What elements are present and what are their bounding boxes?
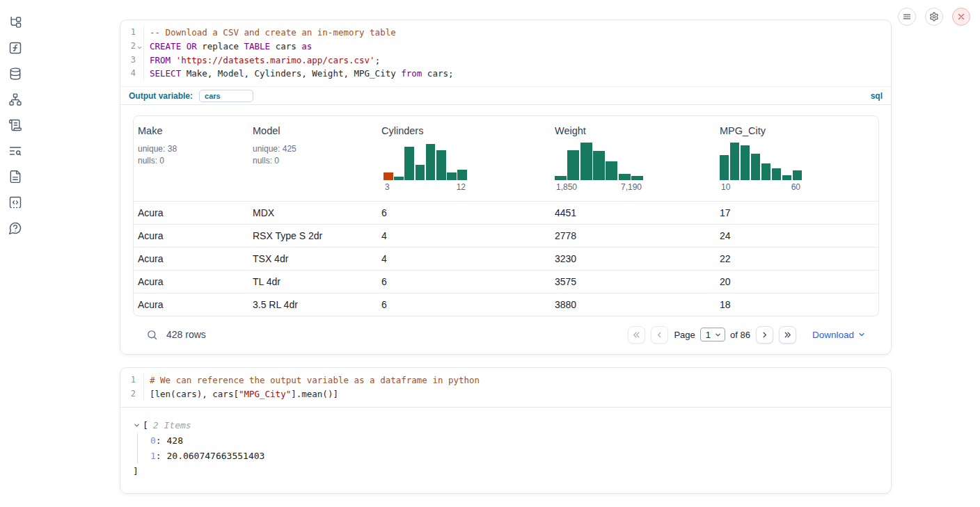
- code-text: SELECT Make, Model, Cylinders, Weight, M…: [143, 67, 891, 81]
- chevron-down-icon: [714, 331, 722, 339]
- hist-min-label: 10: [721, 182, 730, 192]
- chevron-down-icon: [858, 330, 866, 339]
- output-variable-label: Output variable:: [129, 91, 193, 101]
- column-name[interactable]: Model: [253, 125, 372, 136]
- hist-min-label: 1,850: [556, 182, 577, 192]
- code-text: [len(cars), cars["MPG_City"].mean()]: [143, 387, 891, 401]
- first-page-button[interactable]: [628, 326, 645, 344]
- notebook-menu-button[interactable]: [898, 8, 916, 26]
- document-icon: [8, 170, 22, 184]
- panel-scratchpad-button[interactable]: [8, 118, 23, 133]
- column-histogram: 312: [384, 143, 467, 192]
- table-cell: 22: [716, 248, 878, 270]
- page-number-value: 1: [706, 330, 711, 340]
- tree-entry: 1: 20.060747663551403: [150, 449, 878, 464]
- code-line[interactable]: 1# We can reference the output variable …: [120, 373, 891, 387]
- left-panel-sidebar: [0, 0, 31, 507]
- histogram: [384, 143, 467, 180]
- row-count-label: 428 rows: [166, 329, 206, 340]
- panel-help-button[interactable]: [8, 220, 23, 236]
- last-page-button[interactable]: [779, 326, 796, 344]
- menu-icon: [902, 12, 912, 22]
- tree-entry: 0: 428: [150, 433, 878, 449]
- panel-snippets-button[interactable]: [8, 195, 23, 210]
- histogram-bar: [751, 154, 760, 180]
- column-stats: unique: 425nulls: 0: [253, 143, 372, 166]
- panel-logs-button[interactable]: [8, 143, 23, 159]
- tree-value: 428: [166, 435, 182, 446]
- table-row: Acura3.5 RL 4dr6388018: [134, 293, 878, 316]
- help-question-icon: [8, 221, 22, 235]
- column-name[interactable]: Make: [138, 125, 243, 136]
- table-column-header: Makeunique: 38nulls: 0: [134, 116, 248, 201]
- panel-variables-button[interactable]: [8, 40, 23, 56]
- table-cell: RSX Type S 2dr: [248, 225, 377, 247]
- line-number: 1: [120, 26, 136, 40]
- histogram-bar: [436, 150, 446, 180]
- table-search-button[interactable]: [146, 329, 158, 341]
- histogram-bar: [730, 143, 739, 180]
- histogram-axis-labels: 1,8507,190: [555, 182, 643, 192]
- table-cell: 4: [377, 225, 551, 247]
- code-line[interactable]: 3FROM 'https://datasets.marimo.app/cars.…: [120, 54, 891, 67]
- histogram-bar: [567, 150, 579, 180]
- sql-cell-output: Makeunique: 38nulls: 0Modelunique: 425nu…: [120, 105, 891, 354]
- histogram-bar: [457, 170, 467, 180]
- code-line[interactable]: 1-- Download a CSV and create an in-memo…: [120, 26, 891, 40]
- table-cell: 6: [377, 202, 551, 224]
- table-cell: 17: [716, 202, 878, 224]
- function-square-icon: [8, 41, 22, 55]
- table-cell: 24: [716, 225, 878, 247]
- table-row: AcuraTSX 4dr4323022: [134, 247, 878, 270]
- table-row: AcuraTL 4dr6357520: [134, 270, 878, 293]
- column-stat: unique: 38: [138, 143, 243, 155]
- page-number-select[interactable]: 1: [700, 328, 725, 341]
- previous-page-button[interactable]: [651, 326, 668, 344]
- settings-button[interactable]: [925, 8, 943, 26]
- table-column-header: Cylinders312: [377, 116, 551, 201]
- fold-indicator[interactable]: [136, 40, 143, 54]
- table-cell: 3.5 RL 4dr: [248, 293, 377, 316]
- table-cell: TSX 4dr: [248, 248, 377, 270]
- shutdown-button[interactable]: [952, 8, 970, 26]
- histogram-bar: [782, 175, 791, 180]
- table-cell: Acura: [134, 271, 248, 293]
- output-variable-input[interactable]: [199, 90, 253, 102]
- code-line[interactable]: 4SELECT Make, Model, Cylinders, Weight, …: [120, 67, 891, 81]
- hist-max-label: 60: [791, 182, 800, 192]
- tree-close-bracket: ]: [133, 464, 878, 479]
- column-name[interactable]: MPG_City: [720, 125, 873, 136]
- column-name[interactable]: Cylinders: [381, 125, 545, 136]
- tree-items-count: 2 Items: [153, 418, 191, 433]
- histogram-axis-labels: 1060: [720, 182, 802, 192]
- table-column-header: Weight1,8507,190: [551, 116, 716, 201]
- tree-root-row: [ 2 Items: [133, 418, 878, 433]
- histogram-bar: [772, 168, 781, 180]
- panel-dependency-graph-button[interactable]: [8, 92, 23, 107]
- collapse-chevron-icon[interactable]: [133, 421, 141, 429]
- column-name[interactable]: Weight: [555, 125, 710, 136]
- line-number: 3: [120, 54, 136, 67]
- python-code-editor[interactable]: 1# We can reference the output variable …: [120, 368, 891, 408]
- code-text: CREATE OR replace TABLE cars as: [143, 40, 891, 54]
- panel-datasources-button[interactable]: [8, 66, 23, 81]
- fold-chevron-icon: [136, 45, 143, 51]
- panel-file-explorer-button[interactable]: [8, 15, 23, 30]
- tree-entries: 0: 4281: 20.060747663551403: [137, 433, 878, 464]
- code-line[interactable]: 2CREATE OR replace TABLE cars as: [120, 40, 891, 54]
- download-button[interactable]: Download: [812, 330, 866, 340]
- code-line[interactable]: 2[len(cars), cars["MPG_City"].mean()]: [120, 387, 891, 401]
- table-cell: 3575: [551, 271, 716, 293]
- histogram: [720, 143, 802, 180]
- dependency-graph-icon: [8, 92, 22, 106]
- histogram-bar: [619, 174, 631, 180]
- table-cell: Acura: [134, 293, 248, 316]
- histogram-bar: [593, 151, 605, 180]
- histogram-bar: [555, 176, 567, 180]
- tree-index: 0: [150, 435, 156, 446]
- sql-code-editor[interactable]: 1-- Download a CSV and create an in-memo…: [120, 20, 891, 86]
- table-cell: Acura: [134, 225, 248, 247]
- next-page-button[interactable]: [756, 326, 773, 344]
- panel-documentation-button[interactable]: [8, 169, 23, 184]
- code-text: # We can reference the output variable a…: [143, 373, 891, 387]
